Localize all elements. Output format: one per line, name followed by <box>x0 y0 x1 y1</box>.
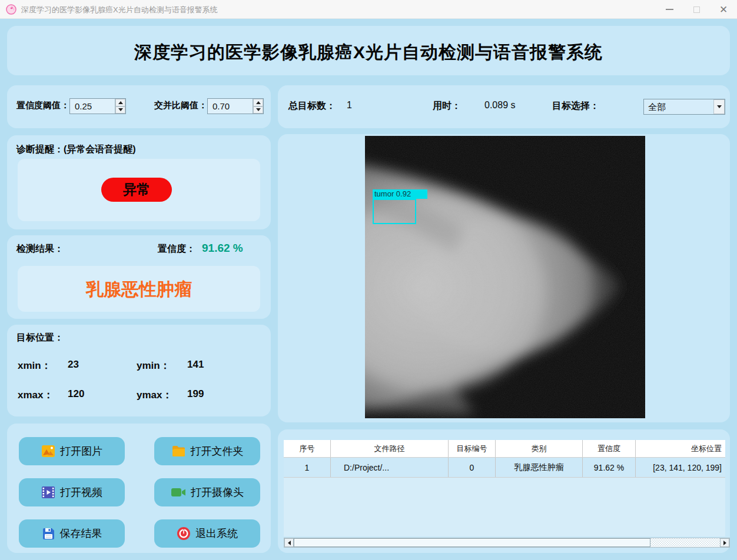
video-icon <box>41 485 55 499</box>
result-panel: 检测结果： 置信度： 91.62 % 乳腺恶性肿瘤 <box>7 235 271 319</box>
target-select-value: 全部 <box>644 99 713 114</box>
total-targets-value: 1 <box>347 100 352 111</box>
exit-system-button[interactable]: 退出系统 <box>154 519 260 548</box>
xmin-value: 23 <box>68 359 79 371</box>
diagnosis-status-box: 异常 <box>18 159 260 221</box>
folder-icon <box>171 444 186 458</box>
close-button[interactable]: ✕ <box>710 0 737 19</box>
column-header: 目标编号 <box>449 440 496 457</box>
result-label: 检测结果： <box>16 243 64 255</box>
detection-label: tumor 0.92 <box>373 189 427 199</box>
window-title: 深度学习的医学影像乳腺癌X光片自动检测与语音报警系统 <box>21 5 218 15</box>
confidence-threshold-spinbox[interactable]: 0.25 <box>69 98 126 114</box>
minimize-button[interactable] <box>656 0 683 19</box>
result-confidence-label: 置信度： <box>158 243 195 255</box>
triangle-up-icon <box>256 101 261 104</box>
close-icon: ✕ <box>719 5 728 15</box>
image-icon <box>41 444 55 458</box>
table-empty-area <box>284 478 725 536</box>
table-row[interactable]: 1 D:/Project/... 0 乳腺恶性肿瘤 91.62 % [23, 1… <box>284 458 725 478</box>
thresholds-panel: 置信度阈值： 0.25 交并比阈值： 0.70 <box>7 85 271 128</box>
xmax-label: xmax： <box>18 388 53 402</box>
app-window: 深度学习的医学影像乳腺癌X光片自动检测与语音报警系统 ✕ 深度学习的医学影像乳腺… <box>0 0 737 560</box>
open-video-button[interactable]: 打开视频 <box>19 478 125 506</box>
title-bar: 深度学习的医学影像乳腺癌X光片自动检测与语音报警系统 ✕ <box>0 0 737 19</box>
result-class-box: 乳腺恶性肿瘤 <box>18 266 260 312</box>
image-viewer-panel: tumor 0.92 <box>278 134 730 422</box>
diagnosis-panel: 诊断提醒：(异常会语音提醒) 异常 <box>7 135 271 229</box>
spin-down-button[interactable] <box>253 106 263 114</box>
position-panel: 目标位置： xmin： 23 ymin： 141 xmax： 120 ymax：… <box>7 325 271 416</box>
scroll-left-button[interactable] <box>284 538 294 547</box>
open-image-button[interactable]: 打开图片 <box>19 437 125 465</box>
cell-target-id: 0 <box>449 458 496 477</box>
cell-index: 1 <box>284 458 331 477</box>
confidence-threshold-value: 0.25 <box>70 99 115 114</box>
open-camera-label: 打开摄像头 <box>191 485 244 499</box>
scrollbar-track[interactable] <box>650 538 720 547</box>
column-header: 序号 <box>284 440 331 457</box>
maximize-icon <box>693 6 700 13</box>
cell-class: 乳腺恶性肿瘤 <box>496 458 583 477</box>
spin-down-button[interactable] <box>115 106 125 114</box>
target-select-dropdown[interactable]: 全部 <box>643 99 725 115</box>
cell-confidence: 91.62 % <box>583 458 636 477</box>
xmin-label: xmin： <box>18 359 51 372</box>
open-video-label: 打开视频 <box>60 485 102 499</box>
column-header: 坐标位置 <box>636 440 725 457</box>
save-icon <box>42 527 55 541</box>
save-result-label: 保存结果 <box>60 526 102 541</box>
chevron-down-icon <box>717 105 722 108</box>
mammogram-image <box>365 136 645 418</box>
time-value: 0.089 s <box>484 100 515 111</box>
open-camera-button[interactable]: 打开摄像头 <box>154 478 260 506</box>
horizontal-scrollbar[interactable] <box>284 538 730 548</box>
cell-file-path: D:/Project/... <box>331 458 449 477</box>
open-folder-button[interactable]: 打开文件夹 <box>154 437 260 465</box>
actions-panel: 打开图片 打开文件夹 打开视频 打开摄像头 <box>7 424 271 553</box>
iou-threshold-label: 交并比阈值： <box>154 100 207 111</box>
app-logo-icon <box>6 4 16 15</box>
scrollbar-thumb[interactable] <box>294 538 650 547</box>
time-label: 用时： <box>433 100 461 112</box>
results-table-panel: 序号 文件路径 目标编号 类别 置信度 坐标位置 1 D:/Project/..… <box>278 429 730 553</box>
power-icon <box>177 526 191 541</box>
spin-up-button[interactable] <box>253 99 263 106</box>
exit-system-label: 退出系统 <box>195 526 238 541</box>
column-header: 置信度 <box>583 440 636 457</box>
open-folder-label: 打开文件夹 <box>191 444 244 458</box>
header-panel: 深度学习的医学影像乳腺癌X光片自动检测与语音报警系统 <box>7 26 730 75</box>
ymin-label: ymin： <box>137 359 170 372</box>
save-result-button[interactable]: 保存结果 <box>19 519 125 548</box>
cell-coordinates: [23, 141, 120, 199] <box>636 458 725 477</box>
ymax-value: 199 <box>187 388 204 400</box>
iou-threshold-value: 0.70 <box>208 99 253 114</box>
result-confidence-value: 91.62 % <box>202 242 243 255</box>
triangle-right-icon <box>723 541 726 545</box>
xmax-value: 120 <box>68 388 84 400</box>
ymin-value: 141 <box>187 359 204 371</box>
xray-image: tumor 0.92 <box>365 136 645 418</box>
result-class-name: 乳腺恶性肿瘤 <box>18 278 260 302</box>
iou-threshold-spinbox[interactable]: 0.70 <box>207 98 264 114</box>
target-select-label: 目标选择： <box>552 100 599 112</box>
stats-panel: 总目标数： 1 用时： 0.089 s 目标选择： 全部 <box>278 85 730 128</box>
maximize-button[interactable] <box>683 0 710 19</box>
spin-up-button[interactable] <box>115 99 125 106</box>
diagnosis-label: 诊断提醒：(异常会语音提醒) <box>16 144 136 156</box>
page-title: 深度学习的医学影像乳腺癌X光片自动检测与语音报警系统 <box>7 41 730 65</box>
detection-bounding-box <box>373 199 416 224</box>
total-targets-label: 总目标数： <box>288 100 336 112</box>
table-header-row: 序号 文件路径 目标编号 类别 置信度 坐标位置 <box>284 440 725 458</box>
results-table: 序号 文件路径 目标编号 类别 置信度 坐标位置 1 D:/Project/..… <box>284 440 725 478</box>
dropdown-arrow-button[interactable] <box>713 99 725 114</box>
open-image-label: 打开图片 <box>60 444 102 458</box>
ymax-label: ymax： <box>137 388 172 402</box>
status-badge: 异常 <box>101 178 172 202</box>
camera-icon <box>171 486 186 499</box>
column-header: 文件路径 <box>331 440 449 457</box>
triangle-left-icon <box>288 541 291 545</box>
column-header: 类别 <box>496 440 583 457</box>
position-label: 目标位置： <box>16 332 64 344</box>
scroll-right-button[interactable] <box>720 538 729 547</box>
